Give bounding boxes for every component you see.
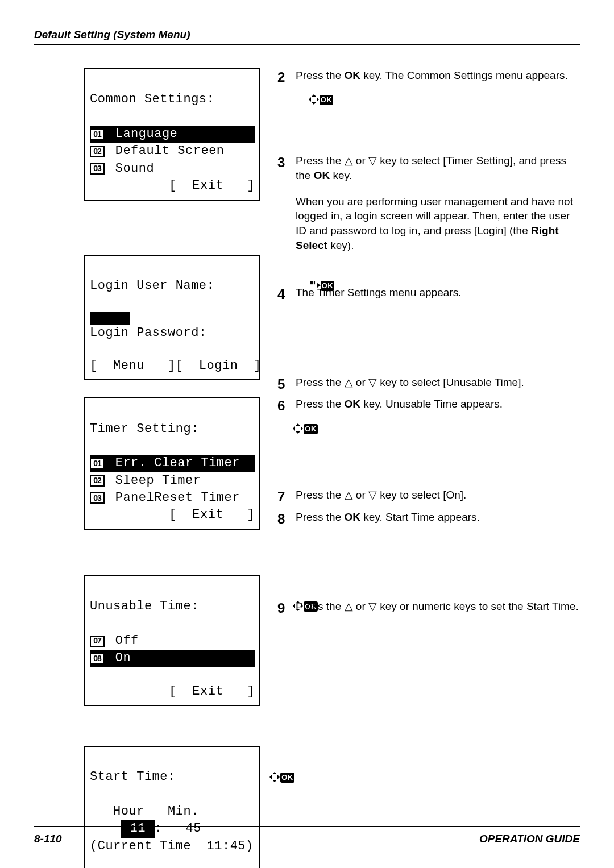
triangle-up-icon [345, 489, 353, 501]
header-rule [34, 44, 580, 45]
nav-diamond-icon [176, 751, 280, 803]
step-text-part: Press the [296, 600, 345, 612]
lcd4-title: Unusable Time: [90, 598, 199, 615]
item-label: Sleep Timer [107, 472, 201, 489]
svg-marker-20 [272, 780, 277, 782]
triangle-up-icon [345, 376, 353, 388]
login-username-input[interactable] [90, 312, 130, 325]
lcd-start-time: Start Time: OK Hour Min. 11 : 45 (Curren… [84, 746, 260, 868]
step-text-part: key. Start Time appears. [360, 511, 480, 523]
triangle-down-icon [368, 376, 377, 388]
lcd5-title: Start Time: [90, 769, 176, 786]
step-9: 9 Press the or key or numeric keys to se… [277, 599, 580, 617]
item-label: Off [107, 633, 139, 650]
svg-marker-19 [272, 772, 277, 774]
item-label: PanelReset Timer [107, 489, 240, 506]
lcd-exit-button[interactable]: [ Exit ] [169, 506, 255, 524]
step-text-part: Press the [296, 155, 345, 167]
page-footer: 8-110 OPERATION GUIDE [34, 826, 580, 845]
step-text-part: Press the [296, 398, 345, 410]
lcd-menu-button[interactable]: [ Menu ] [90, 358, 176, 375]
item-num: 03 [90, 492, 105, 504]
item-label: Language [107, 126, 177, 143]
item-num: 03 [90, 163, 105, 175]
lcd-exit-button[interactable]: [ Exit ] [169, 177, 255, 194]
step-7: 7 Press the or key to select [On]. [277, 488, 580, 506]
lcd-timer-setting: Timer Setting: OK 01 Err. Clear Timer 02… [84, 397, 260, 530]
step-number: 6 [277, 397, 287, 415]
step-number: 9 [277, 599, 287, 617]
step-number: 8 [277, 510, 287, 528]
lcd-common-settings: Common Settings: OK 01 Language 02 Defau… [84, 68, 260, 201]
step-text-part: The Timer Settings menu appears. [296, 285, 580, 300]
step-2: 2 Press the OK key. The Common Settings … [277, 68, 580, 86]
triangle-down-icon [368, 489, 377, 501]
item-label: Err. Clear Timer [107, 455, 240, 472]
step-text-part: or [353, 376, 368, 388]
lcd1-title: Common Settings: [90, 91, 214, 108]
lcd3-title: Timer Setting: [90, 421, 199, 438]
step-number: 4 [277, 285, 287, 304]
ok-key-label: OK [345, 511, 361, 523]
triangle-up-icon [345, 600, 353, 612]
lcd-exit-button[interactable]: [ Exit ] [169, 683, 255, 700]
step-text-part: or [353, 600, 368, 612]
step-text-part: key. [330, 169, 352, 181]
item-num: 08 [90, 653, 105, 664]
step-text-part: Press the [296, 511, 345, 523]
item-num: 01 [90, 458, 105, 470]
step-text-part: or [353, 155, 368, 167]
triangle-up-icon [345, 155, 353, 167]
item-num: 07 [90, 636, 105, 647]
step-text-part: key. Unusable Time appears. [360, 398, 503, 410]
step-4: 4 The Timer Settings menu appears. [277, 285, 580, 304]
step-text-part: key or numeric keys to set the Start Tim… [377, 600, 579, 612]
step-text-part: Press the [296, 376, 345, 388]
ok-key-label: OK [345, 398, 361, 410]
step-text-part: or [353, 489, 368, 501]
step-number: 2 [277, 68, 287, 86]
item-label: On [107, 650, 131, 667]
step-text-part: key to select [Unusable Time]. [377, 376, 524, 388]
page-header: Default Setting (System Menu) [34, 28, 580, 41]
step-8: 8 Press the OK key. Start Time appears. [277, 510, 580, 528]
step-text-part: key to select [On]. [377, 489, 466, 501]
item-label: Sound [107, 160, 154, 177]
operation-guide-label: OPERATION GUIDE [479, 833, 580, 845]
step-6: 6 Press the OK key. Unusable Time appear… [277, 397, 580, 415]
svg-marker-21 [269, 775, 272, 779]
step-5: 5 Press the or key to select [Unusable T… [277, 375, 580, 393]
step-3: 3 Press the or key to select [Timer Sett… [277, 153, 580, 252]
page-number: 8-110 [34, 833, 62, 845]
lcd2-title: Login User Name: [90, 277, 214, 294]
item-num: 01 [90, 128, 105, 140]
item-num: 02 [90, 146, 105, 157]
lcd-login-button[interactable]: [ Login ] [176, 358, 262, 375]
lcd2-password-label: Login Password: [90, 325, 207, 342]
triangle-down-icon [368, 600, 377, 612]
step-number: 3 [277, 153, 287, 172]
ok-key-label: OK [314, 169, 330, 181]
ok-key-label: OK [345, 69, 361, 81]
step-number: 7 [277, 488, 287, 506]
triangle-down-icon [368, 155, 377, 167]
step-text-part: key). [327, 239, 354, 251]
lcd5-labels: Hour Min. [90, 803, 199, 820]
lcd-login: Login User Name: OK Login Password: [ Me… [84, 255, 260, 381]
step-text-part: key. The Common Settings menu appears. [360, 69, 568, 81]
lcd-unusable-time: Unusable Time: OK 07 Off 08 On [ Exit ] [84, 575, 260, 706]
item-num: 02 [90, 475, 105, 487]
item-label: Default Screen [107, 143, 225, 160]
step-text-part: Press the [296, 69, 345, 81]
step-number: 5 [277, 375, 287, 393]
step-text-part: Press the [296, 489, 345, 501]
